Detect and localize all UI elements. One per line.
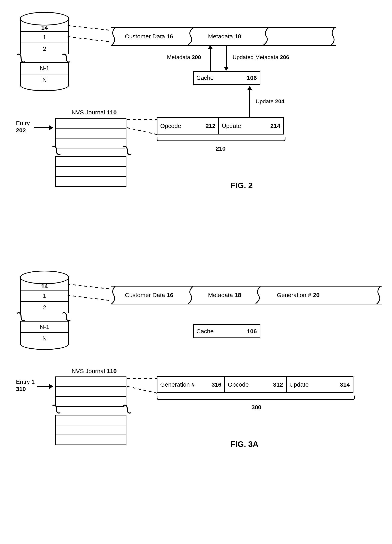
dashed-disk-banner	[68, 22, 115, 46]
figure-label: FIG. 2	[231, 181, 253, 190]
cache-label: Cache	[196, 328, 214, 335]
disk-row-2: 2	[20, 43, 69, 54]
update-label: Update	[289, 381, 309, 388]
figure-3a: 14 1 2 N-1 N Customer Data 16 Metadata 1…	[8, 267, 386, 501]
entry-box: Generation # 316 Opcode 312 Update 314	[157, 376, 353, 393]
svg-line-3	[127, 128, 157, 135]
svg-line-7	[127, 386, 157, 393]
customer-data-num: 16	[167, 33, 173, 40]
dashed-disk-banner	[68, 281, 115, 304]
cache-num: 106	[247, 328, 257, 335]
journal-bottom	[55, 156, 127, 187]
update-num: 214	[270, 123, 280, 129]
tear-right-icon	[121, 145, 133, 156]
svg-line-0	[68, 25, 113, 31]
customer-data-num: 16	[167, 292, 173, 298]
arrow-updated-down	[224, 67, 229, 71]
opcode-label: Opcode	[160, 123, 181, 129]
journal-top	[55, 118, 127, 148]
disk-row-1: 1	[20, 290, 69, 301]
opcode-num: 212	[206, 123, 215, 129]
track-banner: Customer Data 16 Metadata 18 Generation …	[111, 286, 382, 304]
journal-title: NVS Journal 110	[72, 109, 117, 116]
cache-num: 106	[247, 74, 257, 81]
cache-label: Cache	[196, 74, 214, 81]
customer-data-label: Customer Data	[125, 33, 165, 40]
cache-box: Cache 106	[193, 71, 260, 85]
svg-line-1	[68, 37, 113, 42]
generation-label: Generation #	[277, 292, 311, 298]
entry-label-text: Entry 1	[16, 378, 35, 385]
updated-metadata-arrow-label: Updated Metadata 206	[233, 54, 289, 60]
metadata-arrow-label: Metadata 200	[167, 54, 201, 60]
entry-label-num: 310	[16, 386, 26, 392]
opcode-label: Opcode	[228, 381, 249, 388]
entry-ref: 300	[247, 404, 266, 411]
gen-num: 316	[212, 381, 221, 388]
dashed-journal-entry	[127, 377, 159, 395]
disk-stack: 14 1 2 N-1 N	[20, 271, 68, 350]
track-banner: Customer Data 16 Metadata 18	[111, 27, 336, 46]
tear-right-icon	[121, 404, 133, 414]
gen-label: Generation #	[160, 381, 195, 388]
update-arrow-label: Update 204	[256, 98, 284, 105]
journal-top	[55, 377, 127, 407]
disk-row-nm1: N-1	[20, 62, 69, 74]
update-num: 314	[340, 381, 350, 388]
generation-num: 20	[313, 292, 319, 298]
disk-row-nm1: N-1	[20, 321, 69, 332]
metadata-label: Metadata	[208, 292, 233, 298]
figure-label: FIG. 3A	[231, 440, 258, 449]
journal-title: NVS Journal 110	[72, 368, 117, 374]
disk-stack: 14 1 2 N-1 N	[20, 12, 68, 91]
disk-row-1: 1	[20, 31, 69, 43]
metadata-label: Metadata	[208, 33, 233, 40]
update-label: Update	[222, 123, 241, 129]
metadata-num: 18	[235, 292, 241, 298]
disk-row-n: N	[20, 74, 69, 85]
tear-left-icon	[51, 404, 62, 414]
entry-label-text: Entry	[16, 120, 30, 127]
customer-data-label: Customer Data	[125, 292, 165, 298]
arrow-entry-right	[49, 384, 53, 389]
dashed-journal-entry	[127, 118, 159, 136]
disk-row-2: 2	[20, 301, 69, 313]
arrow-entry-right	[49, 125, 53, 130]
entry-box: Opcode 212 Update 214	[157, 117, 284, 135]
entry-label-num: 202	[16, 127, 26, 134]
arrow-metadata-up	[208, 45, 213, 49]
metadata-num: 18	[235, 33, 241, 40]
cache-box: Cache 106	[193, 324, 260, 338]
figure-2: 14 1 2 N-1 N Customer Data 16 Metadata 1…	[8, 8, 386, 243]
entry-ref: 210	[211, 145, 231, 152]
opcode-num: 312	[273, 381, 283, 388]
svg-line-4	[68, 284, 113, 289]
journal-bottom	[55, 415, 127, 445]
tear-left-icon	[51, 145, 62, 156]
disk-row-n: N	[20, 332, 69, 344]
arrow-update-up	[247, 86, 252, 90]
svg-line-5	[68, 295, 113, 301]
